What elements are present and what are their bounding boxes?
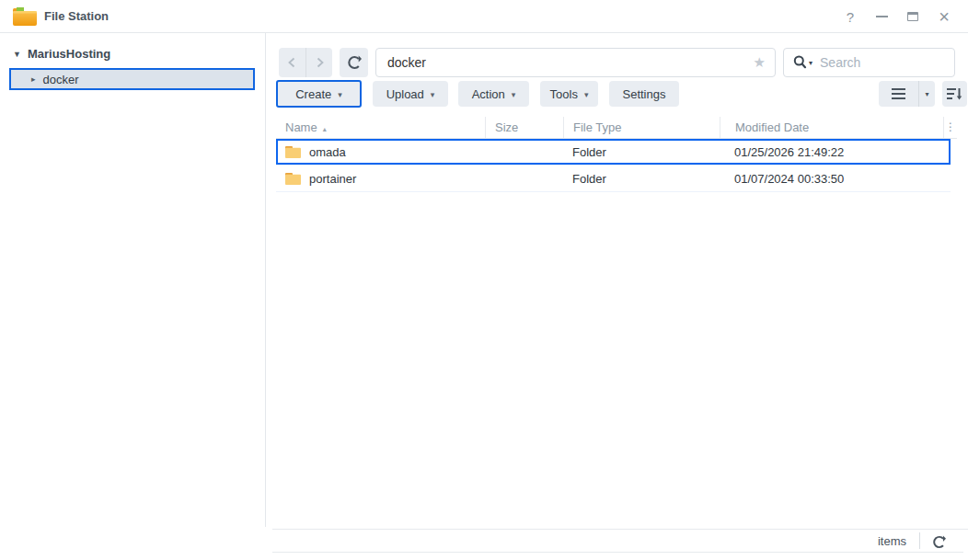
path-bar: ★: [375, 48, 776, 77]
tools-button[interactable]: Tools ▾: [540, 81, 598, 107]
table-row-omada[interactable]: omada Folder 01/25/2026 21:49:22: [276, 139, 951, 166]
file-modified-cell: 01/07/2024 00:33:50: [720, 172, 943, 186]
settings-button-label: Settings: [623, 87, 666, 101]
chevron-right-icon: [315, 57, 325, 68]
column-options-button[interactable]: ⋮: [943, 117, 957, 138]
sidebar-root-label: MariusHosting: [28, 47, 110, 61]
statusbar-divider-top: [272, 529, 968, 530]
settings-button[interactable]: Settings: [609, 81, 679, 107]
statusbar-refresh-button[interactable]: [930, 533, 947, 550]
favorite-star-icon[interactable]: ★: [754, 54, 766, 71]
refresh-icon: [347, 55, 362, 70]
column-header-file-type[interactable]: File Type: [563, 117, 720, 138]
chevron-down-icon: ▾: [512, 90, 516, 99]
sort-icon: [947, 87, 962, 100]
statusbar-divider-bottom: [272, 552, 963, 553]
sort-ascending-icon: ▴: [323, 125, 327, 133]
upload-button[interactable]: Upload ▾: [373, 81, 448, 107]
tree-expanded-icon[interactable]: ▼: [13, 50, 21, 59]
chevron-down-icon: ▾: [338, 90, 342, 99]
file-name-cell: omada: [276, 145, 485, 159]
sidebar-item-label: docker: [43, 73, 79, 86]
close-icon[interactable]: ×: [933, 6, 955, 28]
file-name: omada: [309, 145, 346, 159]
view-mode-dropdown[interactable]: ▾: [918, 81, 935, 107]
minimize-icon[interactable]: [870, 6, 893, 28]
column-header-modified-date[interactable]: Modified Date: [720, 117, 943, 138]
back-button[interactable]: [279, 48, 305, 77]
statusbar-separator: [919, 532, 920, 549]
sidebar-item-mariushosting[interactable]: ▼ MariusHosting: [13, 47, 110, 61]
history-nav-group: [279, 48, 332, 77]
sidebar: ▼ MariusHosting ▸ docker: [0, 33, 266, 527]
help-icon[interactable]: ?: [839, 6, 861, 28]
view-mode-button: ▾: [879, 81, 935, 107]
column-header-name[interactable]: Name▴: [276, 117, 485, 138]
search-input[interactable]: [812, 55, 954, 70]
refresh-button[interactable]: [340, 48, 368, 77]
maximize-icon[interactable]: [902, 6, 924, 28]
action-button[interactable]: Action ▾: [458, 81, 529, 107]
file-name: portainer: [309, 172, 356, 186]
list-view-icon[interactable]: [879, 81, 918, 107]
ellipsis-vertical-icon: ⋮: [945, 120, 956, 133]
search-icon: [793, 55, 807, 70]
table-header: Name▴ Size File Type Modified Date ⋮: [276, 117, 957, 139]
create-button-label: Create: [295, 87, 331, 101]
folder-icon: [285, 146, 301, 158]
file-list: omada Folder 01/25/2026 21:49:22 portain…: [276, 139, 957, 192]
file-type-cell: Folder: [563, 172, 720, 186]
chevron-down-icon: ▾: [925, 90, 928, 98]
refresh-icon: [932, 535, 946, 549]
sidebar-item-docker[interactable]: ▸ docker: [9, 68, 255, 90]
file-station-app-icon: [13, 6, 37, 27]
tools-button-label: Tools: [550, 87, 578, 101]
create-button[interactable]: Create ▾: [276, 80, 362, 108]
search-filter-dropdown[interactable]: ▾: [793, 55, 812, 70]
search-box: ▾: [783, 48, 955, 77]
table-row-portainer[interactable]: portainer Folder 01/07/2024 00:33:50: [276, 166, 951, 192]
tree-collapsed-icon[interactable]: ▸: [31, 74, 36, 84]
titlebar: File Station ? ×: [0, 0, 968, 33]
path-input[interactable]: [376, 50, 754, 75]
column-header-size[interactable]: Size: [485, 117, 563, 138]
sort-button[interactable]: [942, 81, 967, 107]
forward-button[interactable]: [305, 48, 332, 77]
window-controls: ? ×: [839, 0, 955, 33]
app-title: File Station: [44, 0, 109, 33]
items-count-label: items: [878, 534, 906, 548]
upload-button-label: Upload: [386, 87, 424, 101]
chevron-down-icon: ▾: [584, 90, 589, 99]
file-type-cell: Folder: [563, 145, 720, 159]
file-modified-cell: 01/25/2026 21:49:22: [720, 145, 943, 159]
file-station-window: File Station ? × ▼ MariusHosting ▸ docke…: [0, 0, 968, 560]
folder-icon: [285, 173, 301, 185]
chevron-down-icon: ▾: [431, 90, 435, 99]
chevron-left-icon: [287, 57, 297, 68]
file-name-cell: portainer: [276, 172, 485, 186]
action-button-label: Action: [472, 87, 505, 101]
